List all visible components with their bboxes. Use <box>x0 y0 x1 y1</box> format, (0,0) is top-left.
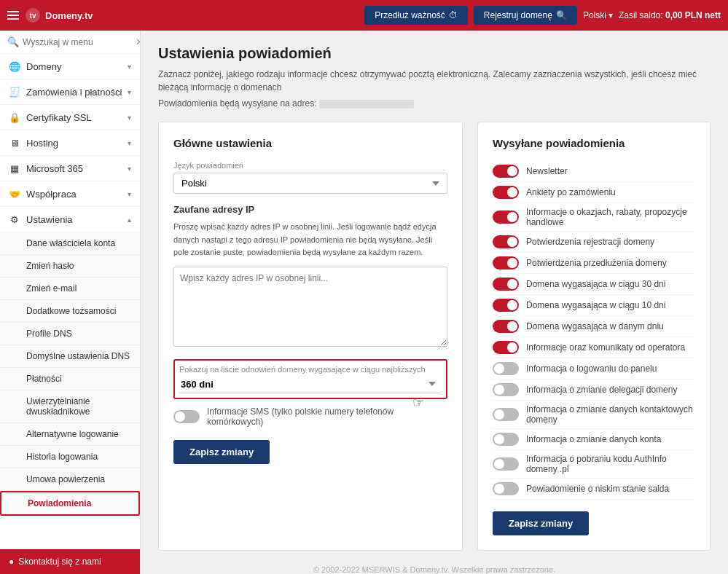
notification-toggle[interactable] <box>493 186 519 199</box>
notification-toggle[interactable] <box>493 211 519 224</box>
clock-icon: ⏱ <box>449 10 458 20</box>
email-address <box>319 100 414 109</box>
register-button[interactable]: Rejestruj domenę 🔍 <box>474 6 577 25</box>
expiring-domains-label: Pokazuj na liście odnowień domeny wygasa… <box>179 365 442 374</box>
notification-label: Informacja o logowaniu do panelu <box>526 363 657 374</box>
contact-icon: ● <box>9 557 14 567</box>
sidebar-item-certyfikaty[interactable]: 🔒 Certyfikaty SSL ▾ <box>0 105 140 130</box>
sidebar-item-hosting[interactable]: 🖥 Hosting ▾ <box>0 130 140 156</box>
expiring-domains-container: Pokazuj na liście odnowień domeny wygasa… <box>173 359 447 399</box>
search-icon: 🔍 <box>556 10 567 20</box>
right-panel-title: Wysyłane powiadomienia <box>493 137 695 149</box>
handshake-icon: 🤝 <box>9 188 20 200</box>
chevron-down-icon: ▾ <box>128 88 131 96</box>
sidebar-item-microsoft[interactable]: ▦ Microsoft 365 ▾ <box>0 156 140 181</box>
main-settings-panel: Główne ustawienia Język powiadomień Pols… <box>158 122 463 551</box>
search-input[interactable] <box>23 37 132 47</box>
notification-row: Ankiety po zamówieniu <box>493 182 695 203</box>
left-panel-title: Główne ustawienia <box>173 137 447 149</box>
lang-label: Język powiadomień <box>173 161 447 170</box>
sidebar-subitem-tozsamosci[interactable]: Dodatkowe tożsamości <box>0 300 140 323</box>
language-selector[interactable]: Polski ▾ <box>583 10 613 20</box>
sidebar-subitem-historia[interactable]: Historia logowania <box>0 446 140 468</box>
notification-toggle[interactable] <box>493 299 519 312</box>
notification-toggle[interactable] <box>493 256 519 270</box>
trusted-ip-input[interactable] <box>173 267 447 347</box>
notification-row: Informacja o zmianie danych kontaktowych… <box>493 401 695 429</box>
sidebar-subitem-profiledns[interactable]: Profile DNS <box>0 323 140 345</box>
chevron-down-icon: ▾ <box>608 10 613 20</box>
extend-button[interactable]: Przedłuż ważność ⏱ <box>364 6 468 25</box>
notification-toggle[interactable] <box>493 457 519 471</box>
main-content: Ustawienia powiadomień Zaznacz poniżej, … <box>141 31 728 574</box>
notification-toggle[interactable] <box>493 383 519 396</box>
topnav-left: tv Domeny.tv <box>7 7 93 23</box>
hamburger-icon[interactable] <box>7 11 19 20</box>
content-panels: Główne ustawienia Język powiadomień Pols… <box>158 122 711 551</box>
logo: tv Domeny.tv <box>25 7 93 23</box>
sidebar-subitem-haslo[interactable]: Zmień hasło <box>0 255 140 278</box>
notification-toggle[interactable] <box>493 235 519 248</box>
gear-icon: ⚙ <box>9 213 20 225</box>
sms-toggle[interactable] <box>173 410 200 423</box>
sidebar-subitem-2fa[interactable]: Uwierzytelnianie dwuskładnikowe <box>0 390 140 423</box>
sidebar-label-domeny: Domeny <box>26 61 61 72</box>
notification-label: Newsletter <box>526 166 568 176</box>
notification-label: Domena wygasająca w ciągu 10 dni <box>526 300 665 310</box>
notification-row: Powiadomienie o niskim stanie salda <box>493 479 695 500</box>
sidebar-subitem-domyslnedns[interactable]: Domyślne ustawienia DNS <box>0 345 140 368</box>
notification-toggle[interactable] <box>493 408 519 421</box>
expiring-domains-select[interactable]: 30 dni 60 dni 90 dni 180 dni 360 dni <box>179 376 442 393</box>
chevron-down-icon: ▾ <box>128 190 131 198</box>
notification-label: Powiadomienie o niskim stanie salda <box>526 484 669 494</box>
contact-button[interactable]: ● Skontaktuj się z nami <box>0 549 140 574</box>
sidebar: 🔍 ✕ 🌐 Domeny ▾ 🧾 Zamówienia i płatności … <box>0 31 141 574</box>
save-button-left[interactable]: Zapisz zmiany <box>173 440 270 464</box>
sidebar-label-zamowienia: Zamówienia i płatności <box>26 87 122 98</box>
notification-label: Informacje o okazjach, rabaty, propozycj… <box>526 207 695 227</box>
notification-toggle[interactable] <box>493 278 519 291</box>
sidebar-item-wspolpraca[interactable]: 🤝 Współpraca ▾ <box>0 181 140 207</box>
sidebar-subitem-email[interactable]: Zmień e-mail <box>0 278 140 300</box>
topnav: tv Domeny.tv Przedłuż ważność ⏱ Rejestru… <box>0 0 728 31</box>
sidebar-item-zamowienia[interactable]: 🧾 Zamówienia i płatności ▾ <box>0 79 140 105</box>
notification-toggle[interactable] <box>493 320 519 333</box>
sidebar-item-domeny[interactable]: 🌐 Domeny ▾ <box>0 54 140 79</box>
notification-label: Potwierdzenia przedłużenia domeny <box>526 258 667 268</box>
notification-row: Potwierdzenia rejestracji domeny <box>493 232 695 253</box>
sidebar-subitem-dane[interactable]: Dane właściciela konta <box>0 232 140 255</box>
save-button-right[interactable]: Zapisz zmiany <box>493 511 589 535</box>
notification-label: Potwierdzenia rejestracji domeny <box>526 237 654 247</box>
page-description: Zaznacz poniżej, jakiego rodzaju informa… <box>158 68 711 94</box>
notification-label: Informacje oraz komunikaty od operatora <box>526 342 685 353</box>
balance-display: Zasil saldo: 0,00 PLN nett <box>619 10 721 20</box>
chevron-down-icon: ▾ <box>128 165 131 173</box>
sidebar-item-ustawienia[interactable]: ⚙ Ustawienia ▴ <box>0 207 140 232</box>
notification-row: Informacja o zmianie delegacji domeny <box>493 380 695 401</box>
topnav-right: Przedłuż ważność ⏱ Rejestruj domenę 🔍 Po… <box>364 6 721 25</box>
notification-row: Domena wygasająca w ciągu 10 dni <box>493 295 695 316</box>
chevron-down-icon: ▾ <box>128 139 131 147</box>
notification-toggle[interactable] <box>493 433 519 446</box>
notification-label: Informacja o zmianie danych konta <box>526 434 661 444</box>
sidebar-subitem-alt-logowanie[interactable]: Alternatywne logowanie <box>0 423 140 446</box>
extend-label: Przedłuż ważność <box>375 10 445 20</box>
notification-label: Informacja o pobraniu kodu AuthInfo dome… <box>526 454 695 474</box>
language-select[interactable]: Polski English <box>173 173 447 194</box>
sidebar-subitem-powiadomienia[interactable]: Powiadomienia <box>0 491 140 516</box>
close-icon[interactable]: ✕ <box>136 36 141 47</box>
notifications-list: NewsletterAnkiety po zamówieniuInformacj… <box>493 161 695 500</box>
search-icon: 🔍 <box>7 36 19 47</box>
sms-label: Informacje SMS (tylko polskie numery tel… <box>207 406 447 427</box>
notification-toggle[interactable] <box>493 362 519 375</box>
notification-label: Informacja o zmianie delegacji domeny <box>526 385 677 395</box>
chevron-up-icon: ▴ <box>128 216 131 224</box>
notification-toggle[interactable] <box>493 482 519 495</box>
sidebar-subitem-umowa[interactable]: Umowa powierzenia <box>0 468 140 491</box>
email-line: Powiadomienia będą wysyłane na adres: <box>158 98 711 109</box>
notification-toggle[interactable] <box>493 165 519 178</box>
logo-text: Domeny.tv <box>45 10 93 21</box>
notification-label: Domena wygasająca w ciągu 30 dni <box>526 279 665 289</box>
notification-toggle[interactable] <box>493 341 519 354</box>
sidebar-subitem-platnosci[interactable]: Płatności <box>0 368 140 390</box>
